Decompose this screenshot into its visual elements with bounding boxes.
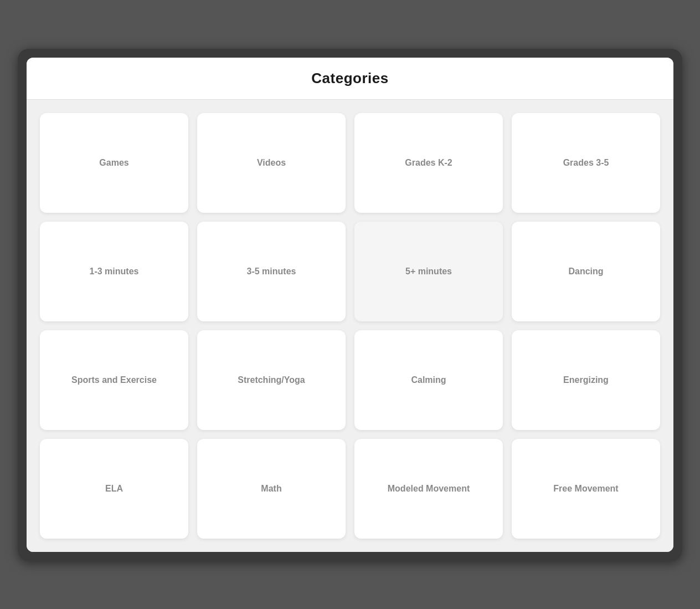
screen: Categories GamesVideosGrades K-2Grades 3… xyxy=(27,58,673,552)
category-label-5-plus-minutes: 5+ minutes xyxy=(400,261,457,282)
category-card-calming[interactable]: Calming xyxy=(354,330,503,430)
category-card-games[interactable]: Games xyxy=(40,113,188,213)
category-label-modeled-movement: Modeled Movement xyxy=(382,478,475,499)
category-card-dancing[interactable]: Dancing xyxy=(512,222,660,321)
category-card-math[interactable]: Math xyxy=(197,439,346,539)
category-label-math: Math xyxy=(255,478,287,499)
page-header: Categories xyxy=(27,58,673,100)
categories-grid: GamesVideosGrades K-2Grades 3-51-3 minut… xyxy=(27,100,673,552)
category-label-1-3-minutes: 1-3 minutes xyxy=(84,261,145,282)
category-label-ela: ELA xyxy=(100,478,128,499)
category-label-games: Games xyxy=(94,152,134,173)
category-card-grades-k2[interactable]: Grades K-2 xyxy=(354,113,503,213)
category-label-grades-k2: Grades K-2 xyxy=(399,152,457,173)
category-card-sports-exercise[interactable]: Sports and Exercise xyxy=(40,330,188,430)
category-label-energizing: Energizing xyxy=(558,370,614,391)
category-card-5-plus-minutes[interactable]: 5+ minutes xyxy=(354,222,503,321)
page-title: Categories xyxy=(311,70,388,86)
category-label-calming: Calming xyxy=(405,370,451,391)
category-card-free-movement[interactable]: Free Movement xyxy=(512,439,660,539)
category-card-stretching-yoga[interactable]: Stretching/Yoga xyxy=(197,330,346,430)
category-label-free-movement: Free Movement xyxy=(548,478,624,499)
category-label-grades-3-5: Grades 3-5 xyxy=(558,152,615,173)
category-label-3-5-minutes: 3-5 minutes xyxy=(241,261,302,282)
category-card-modeled-movement[interactable]: Modeled Movement xyxy=(354,439,503,539)
category-card-3-5-minutes[interactable]: 3-5 minutes xyxy=(197,222,346,321)
category-card-videos[interactable]: Videos xyxy=(197,113,346,213)
category-label-videos: Videos xyxy=(251,152,291,173)
category-label-dancing: Dancing xyxy=(563,261,609,282)
device-frame: Categories GamesVideosGrades K-2Grades 3… xyxy=(18,49,682,561)
category-card-energizing[interactable]: Energizing xyxy=(512,330,660,430)
category-card-ela[interactable]: ELA xyxy=(40,439,188,539)
category-card-1-3-minutes[interactable]: 1-3 minutes xyxy=(40,222,188,321)
category-label-stretching-yoga: Stretching/Yoga xyxy=(232,370,311,391)
category-label-sports-exercise: Sports and Exercise xyxy=(66,370,162,391)
category-card-grades-3-5[interactable]: Grades 3-5 xyxy=(512,113,660,213)
